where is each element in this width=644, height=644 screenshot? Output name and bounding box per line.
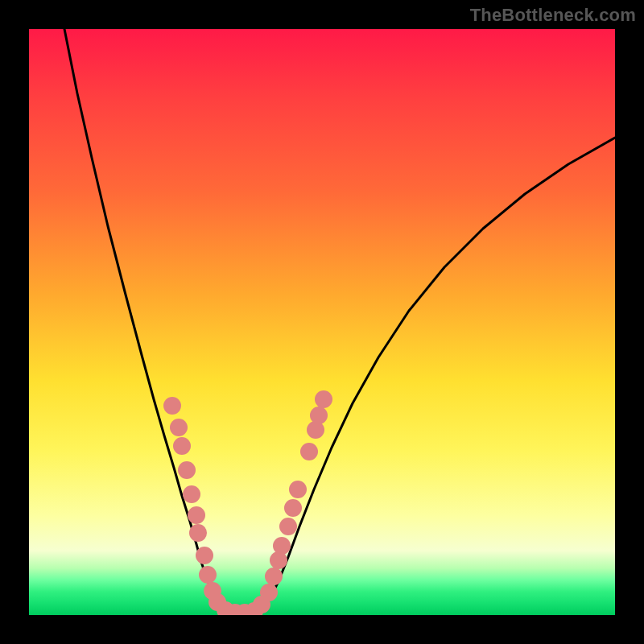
highlight-markers <box>163 390 332 615</box>
highlight-dot <box>310 407 328 424</box>
attribution-text: TheBottleneck.com <box>470 5 636 26</box>
highlight-dot <box>196 547 213 564</box>
highlight-dot <box>300 443 318 460</box>
highlight-dot <box>188 506 205 524</box>
highlight-dot <box>279 518 297 535</box>
highlight-dot <box>289 481 307 498</box>
bottleneck-curve <box>64 29 615 614</box>
chart-overlay <box>29 29 615 615</box>
chart-frame: TheBottleneck.com <box>0 0 644 644</box>
plot-gradient-background <box>29 29 615 615</box>
highlight-dot <box>163 397 181 415</box>
highlight-dot <box>315 390 332 408</box>
curve-path <box>64 29 615 614</box>
highlight-dot <box>189 524 207 542</box>
highlight-dot <box>183 485 200 503</box>
highlight-dot <box>273 537 291 555</box>
highlight-dot <box>265 568 283 585</box>
highlight-dot <box>170 419 188 436</box>
highlight-dot <box>284 499 302 517</box>
highlight-dot <box>173 437 191 455</box>
highlight-dot <box>260 584 278 601</box>
highlight-dot <box>178 461 196 479</box>
highlight-dot <box>199 566 217 584</box>
